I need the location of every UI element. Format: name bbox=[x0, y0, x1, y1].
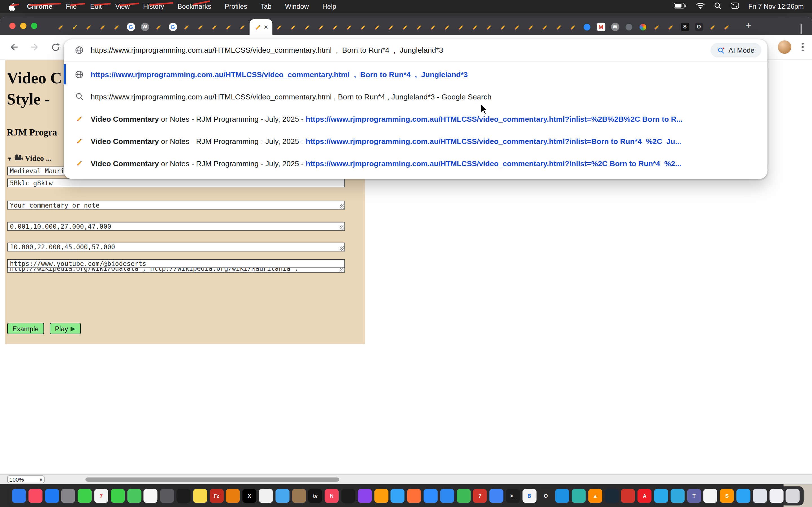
tab[interactable]: G bbox=[124, 19, 138, 35]
tab[interactable] bbox=[636, 19, 650, 35]
tab[interactable] bbox=[454, 19, 468, 35]
dock-telegram[interactable] bbox=[654, 489, 668, 503]
suggestion-row-history-2[interactable]: Video Commentary or Notes - RJM Programm… bbox=[64, 130, 767, 152]
dock-app-store[interactable] bbox=[45, 489, 59, 503]
menu-item-profiles[interactable]: Profiles bbox=[225, 3, 247, 10]
dock-obs[interactable]: O bbox=[539, 489, 553, 503]
window-zoom-button[interactable] bbox=[31, 23, 37, 29]
dock-trash[interactable] bbox=[786, 489, 800, 503]
dock-keynote[interactable] bbox=[440, 489, 454, 503]
tab[interactable] bbox=[356, 19, 370, 35]
suggestion-row-url[interactable]: https://www.rjmprogramming.com.au/HTMLCS… bbox=[64, 63, 767, 86]
suggestion-row-search[interactable]: https://www.rjmprogramming.com.au/HTMLCS… bbox=[64, 86, 767, 108]
tab[interactable] bbox=[426, 19, 441, 35]
dock-sublime-text[interactable]: S bbox=[720, 489, 734, 503]
dock-system-settings[interactable] bbox=[61, 489, 75, 503]
reload-button[interactable] bbox=[49, 40, 62, 54]
tab[interactable] bbox=[650, 19, 664, 35]
tab[interactable] bbox=[552, 19, 566, 35]
tab[interactable] bbox=[54, 19, 68, 35]
tab[interactable] bbox=[482, 19, 496, 35]
video-details-summary[interactable]: ▼ Video ... bbox=[7, 154, 52, 163]
tab[interactable]: G bbox=[166, 19, 180, 35]
dock-chrome[interactable] bbox=[490, 489, 504, 503]
dock-calendar[interactable]: 7 bbox=[94, 489, 108, 503]
tab[interactable] bbox=[384, 19, 398, 35]
tab[interactable]: M bbox=[594, 19, 608, 35]
tab[interactable] bbox=[314, 19, 328, 35]
dock-kodi[interactable] bbox=[670, 489, 684, 503]
dock-music[interactable] bbox=[29, 489, 43, 503]
tab-active[interactable]: × bbox=[250, 19, 272, 35]
tab[interactable] bbox=[96, 19, 110, 35]
dock-clock[interactable] bbox=[176, 489, 191, 503]
back-button[interactable] bbox=[7, 40, 21, 54]
tab[interactable] bbox=[180, 19, 194, 35]
tab[interactable] bbox=[82, 19, 96, 35]
tab[interactable] bbox=[622, 19, 636, 35]
dock-parallels[interactable] bbox=[621, 489, 635, 503]
dock-downloads-folder[interactable] bbox=[753, 489, 767, 503]
spotlight-icon[interactable] bbox=[714, 2, 721, 11]
example-button[interactable]: Example bbox=[7, 323, 44, 334]
channel-url-input[interactable] bbox=[7, 259, 345, 268]
dock-terminal[interactable]: >_ bbox=[506, 489, 520, 503]
dock-finder[interactable] bbox=[12, 489, 26, 503]
tab[interactable] bbox=[236, 19, 250, 35]
battery-icon[interactable] bbox=[674, 3, 687, 10]
dock-docker[interactable] bbox=[555, 489, 569, 503]
tab[interactable] bbox=[110, 19, 124, 35]
dock-stocks[interactable] bbox=[341, 489, 355, 503]
chrome-menu-kebab-icon[interactable] bbox=[799, 43, 807, 51]
dock-teams[interactable]: T bbox=[687, 489, 701, 503]
tab[interactable]: W bbox=[138, 19, 152, 35]
dock-calculator[interactable] bbox=[259, 489, 273, 503]
dock-numbers[interactable] bbox=[456, 489, 470, 503]
tab[interactable] bbox=[664, 19, 678, 35]
dock-blender[interactable] bbox=[226, 489, 240, 503]
dock-vlc[interactable]: ▲ bbox=[588, 489, 602, 503]
window-close-button[interactable] bbox=[9, 23, 15, 29]
tab[interactable] bbox=[538, 19, 552, 35]
dock-slack[interactable] bbox=[703, 489, 718, 503]
new-tab-button[interactable]: + bbox=[746, 20, 751, 31]
commentary-textarea[interactable]: Your commentary or note bbox=[7, 201, 345, 210]
dock-news[interactable]: N bbox=[325, 489, 339, 503]
menu-clock[interactable]: Fri 7 Nov 12:26pm bbox=[748, 3, 804, 10]
end-times-textarea[interactable]: 10.000,22.000,45.000,57.000 bbox=[7, 242, 345, 251]
dock-notes[interactable] bbox=[193, 489, 207, 503]
tab[interactable] bbox=[496, 19, 510, 35]
tab[interactable] bbox=[342, 19, 356, 35]
suggestion-row-history-3[interactable]: Video Commentary or Notes - RJM Programm… bbox=[64, 152, 767, 174]
video-id-input[interactable] bbox=[7, 179, 345, 187]
dock-maps[interactable] bbox=[127, 489, 141, 503]
tab[interactable] bbox=[510, 19, 524, 35]
tab[interactable] bbox=[566, 19, 580, 35]
dock-edge[interactable] bbox=[572, 489, 586, 503]
profile-avatar[interactable] bbox=[778, 40, 792, 54]
tab[interactable] bbox=[580, 19, 594, 35]
dock-facetime[interactable] bbox=[111, 489, 125, 503]
control-center-icon[interactable] bbox=[731, 3, 739, 10]
menu-item-tab[interactable]: Tab bbox=[260, 3, 271, 10]
dock-books[interactable] bbox=[374, 489, 388, 503]
tab[interactable] bbox=[720, 19, 734, 35]
tab[interactable] bbox=[468, 19, 482, 35]
tab[interactable] bbox=[272, 19, 287, 35]
dock-podcasts[interactable] bbox=[358, 489, 372, 503]
play-button[interactable]: Play▶ bbox=[50, 323, 80, 334]
tab[interactable] bbox=[412, 19, 426, 35]
tab[interactable] bbox=[208, 19, 222, 35]
dock-vscode[interactable] bbox=[737, 489, 751, 503]
tab[interactable] bbox=[370, 19, 384, 35]
tab[interactable] bbox=[221, 19, 236, 35]
dock-zoom[interactable] bbox=[423, 489, 438, 503]
suggestion-row-history-1[interactable]: Video Commentary or Notes - RJM Programm… bbox=[64, 108, 767, 130]
dock-seven-zip[interactable]: 7 bbox=[473, 489, 487, 503]
tab-overflow-chevron-icon[interactable] bbox=[801, 24, 805, 28]
tab[interactable] bbox=[300, 19, 314, 35]
menu-item-window[interactable]: Window bbox=[285, 3, 309, 10]
dock-adobe[interactable]: A bbox=[638, 489, 652, 503]
tab[interactable] bbox=[194, 19, 208, 35]
tab[interactable] bbox=[440, 19, 454, 35]
